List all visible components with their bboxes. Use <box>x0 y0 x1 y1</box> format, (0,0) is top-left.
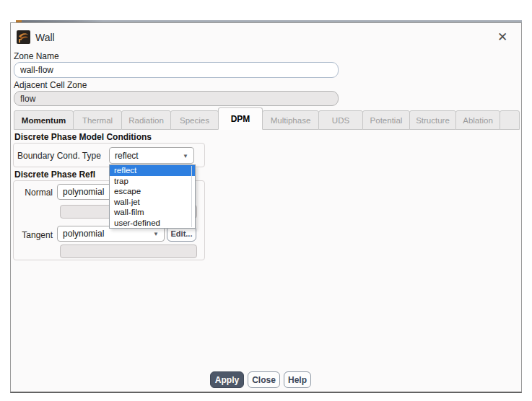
tab-bar: Momentum Thermal Radiation Species DPM M… <box>14 109 520 130</box>
apply-button[interactable]: Apply <box>210 371 244 388</box>
screen: Wall ✕ Zone Name Adjacent Cell Zone Mome… <box>0 0 532 401</box>
tangent-value: polynomial <box>63 229 104 239</box>
tab-momentum[interactable]: Momentum <box>14 110 74 130</box>
tab-potential[interactable]: Potential <box>362 110 410 130</box>
boundary-cond-type-dropdown: reflect trap escape wall-jet wall-film u… <box>109 164 196 229</box>
dropdown-option-trap[interactable]: trap <box>110 176 195 187</box>
tab-ablation[interactable]: Ablation <box>455 110 500 130</box>
tab-uds[interactable]: UDS <box>318 110 363 130</box>
dpm-reflection-header: Discrete Phase Refl <box>14 169 95 180</box>
normal-label: Normal <box>17 188 53 198</box>
tab-species[interactable]: Species <box>170 110 219 130</box>
tab-multiphase[interactable]: Multiphase <box>262 110 319 130</box>
dpm-conditions-header: Discrete Phase Model Conditions <box>14 132 152 142</box>
boundary-cond-type-label: Boundary Cond. Type <box>17 151 101 161</box>
tab-bar-filler <box>500 110 520 130</box>
zone-name-label: Zone Name <box>14 51 59 61</box>
boundary-cond-type-value: reflect <box>115 151 139 161</box>
dropdown-option-user-defined[interactable]: user-defined <box>110 218 195 229</box>
tab-thermal[interactable]: Thermal <box>73 110 122 130</box>
help-button[interactable]: Help <box>284 371 311 388</box>
tab-radiation[interactable]: Radiation <box>121 110 171 130</box>
close-button[interactable]: Close <box>248 371 280 388</box>
chevron-down-icon: ▼ <box>183 152 188 159</box>
wall-dialog: Wall ✕ Zone Name Adjacent Cell Zone Mome… <box>10 22 522 393</box>
tab-dpm[interactable]: DPM <box>218 107 263 130</box>
tab-structure[interactable]: Structure <box>409 110 456 130</box>
dialog-title: Wall <box>35 32 55 43</box>
normal-value: polynomial <box>63 187 104 197</box>
chevron-down-icon: ▼ <box>153 231 159 237</box>
boundary-cond-type-combobox[interactable]: reflect ▼ <box>109 147 194 164</box>
zone-name-input[interactable] <box>14 62 339 78</box>
adjacent-cell-zone-input <box>14 91 339 106</box>
tangent-coefficient-field <box>60 244 197 258</box>
fluent-app-icon <box>17 30 30 44</box>
dropdown-scrollbar[interactable] <box>191 166 192 227</box>
dropdown-option-reflect[interactable]: reflect <box>110 165 195 176</box>
close-icon[interactable]: ✕ <box>493 28 512 47</box>
tangent-label: Tangent <box>17 230 53 240</box>
dropdown-option-wall-film[interactable]: wall-film <box>110 207 195 218</box>
dropdown-option-wall-jet[interactable]: wall-jet <box>110 197 195 208</box>
adjacent-cell-zone-label: Adjacent Cell Zone <box>14 80 87 90</box>
dropdown-option-escape[interactable]: escape <box>110 186 195 197</box>
